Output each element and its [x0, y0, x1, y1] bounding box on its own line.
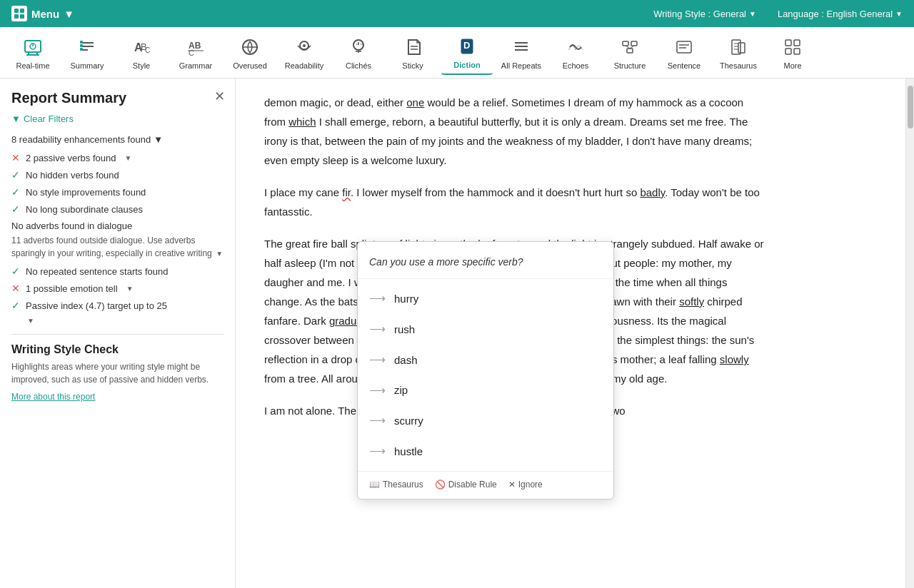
structure-label: Structure [614, 61, 646, 70]
toolbar-item-diction[interactable]: D Diction [441, 31, 493, 75]
scrollbar[interactable] [905, 78, 914, 588]
svg-rect-51 [785, 40, 791, 46]
editor-text: demon magic, or dead, either one would b… [264, 93, 764, 420]
diction-icon: D [456, 35, 478, 58]
clear-filters-button[interactable]: ▼ Clear Filters [11, 113, 224, 124]
toolbar-item-structure[interactable]: Structure [604, 31, 656, 75]
toolbar-item-all-repeats[interactable]: All Repeats [496, 31, 547, 75]
scroll-thumb[interactable] [908, 86, 913, 128]
suggestion-hurry[interactable]: ⟶ hurry [358, 283, 613, 314]
toolbar-item-cliches[interactable]: " " Clichés [333, 31, 384, 75]
menu-label: Menu [31, 8, 59, 20]
check-emotion-tell: ✕ 1 possible emotion tell ▼ [11, 283, 224, 294]
suggestion-rush-label: rush [394, 320, 415, 339]
thesaurus-button[interactable]: 📖 Thesaurus [369, 477, 423, 493]
writing-style-dropdown[interactable]: Writing Style : General ▼ [653, 9, 756, 19]
section-header-text: 8 readability enhancements found [11, 134, 151, 145]
svg-rect-3 [20, 14, 24, 19]
underline-which: which [288, 116, 316, 128]
svg-text:"  ": " " [356, 42, 363, 49]
thesaurus-label: Thesaurus [383, 477, 423, 493]
toolbar-item-grammar[interactable]: AB C Grammar [170, 31, 221, 75]
pass-icon: ✓ [11, 169, 20, 181]
readability-label: Readability [285, 61, 323, 70]
section-header-chevron-icon: ▼ [154, 134, 163, 145]
writing-style-chevron-icon: ▼ [749, 10, 756, 18]
underline-softly: softly [679, 295, 704, 308]
highlighted-verb: fir [342, 186, 351, 198]
check-style-label: No style improvements found [26, 187, 146, 198]
thesaurus-icon-small: 📖 [369, 477, 380, 493]
toolbar-item-readability[interactable]: Readability [278, 31, 330, 75]
close-button[interactable]: ✕ [214, 88, 225, 104]
filter-icon: ▼ [11, 113, 21, 124]
suggestion-zip[interactable]: ⟶ zip [358, 375, 613, 406]
suggestion-scurry[interactable]: ⟶ scurry [358, 405, 613, 436]
toolbar-item-more[interactable]: More [767, 31, 818, 75]
editor-area[interactable]: demon magic, or dead, either one would b… [236, 78, 905, 588]
realtime-label: Real-time [16, 61, 49, 70]
disable-rule-button[interactable]: 🚫 Disable Rule [435, 477, 497, 493]
paragraph-2: I place my cane fir. I lower myself from… [264, 183, 764, 221]
adverb-detail: 11 adverbs found outside dialogue. Use a… [11, 234, 224, 260]
svg-rect-46 [732, 40, 740, 54]
passive-index-expand-icon[interactable]: ▼ [27, 317, 34, 325]
suggestion-hustle-label: hustle [394, 442, 423, 461]
disable-rule-label: Disable Rule [448, 477, 497, 493]
section-header: 8 readability enhancements found ▼ [11, 134, 224, 145]
sentence-icon [673, 36, 695, 59]
paragraph-1: demon magic, or dead, either one would b… [264, 93, 764, 170]
check-emotion-label: 1 possible emotion tell [26, 283, 118, 294]
readability-icon [293, 36, 316, 59]
diction-label: Diction [453, 61, 480, 69]
disable-rule-icon: 🚫 [435, 477, 446, 493]
tooltip-footer: 📖 Thesaurus 🚫 Disable Rule ✕ Ignore [358, 471, 613, 499]
check-sentence-starts-label: No repeated sentence starts found [26, 266, 168, 277]
toolbar-item-thesaurus[interactable]: Thesaurus [713, 31, 764, 75]
svg-rect-50 [738, 43, 745, 53]
echoes-label: Echoes [563, 61, 589, 70]
all-repeats-icon [510, 36, 533, 59]
pass-icon-4: ✓ [11, 265, 20, 277]
menu-chevron-icon: ▼ [64, 8, 74, 20]
suggestion-dash[interactable]: ⟶ dash [358, 345, 613, 375]
svg-rect-14 [80, 44, 83, 47]
ignore-button[interactable]: ✕ Ignore [508, 477, 543, 493]
cliches-label: Clichés [346, 61, 371, 70]
suggestion-rush[interactable]: ⟶ rush [358, 314, 613, 345]
svg-rect-43 [677, 41, 691, 53]
svg-text:C: C [145, 46, 150, 54]
passive-verbs-chevron-icon[interactable]: ▼ [124, 154, 131, 162]
menu-button[interactable]: Menu ▼ [11, 6, 74, 21]
sticky-icon [401, 36, 424, 59]
emotion-tell-chevron-icon[interactable]: ▼ [126, 285, 134, 293]
p2-cont: k and it doesn't hur [508, 186, 598, 198]
toolbar-item-overused[interactable]: Overused [224, 31, 276, 75]
toolbar-item-echoes[interactable]: Echoes [550, 31, 601, 75]
toolbar-item-sticky[interactable]: Sticky [387, 31, 438, 75]
toolbar-item-summary[interactable]: Summary [61, 31, 113, 75]
fail-icon: ✕ [11, 152, 20, 163]
language-dropdown[interactable]: Language : English General ▼ [778, 9, 903, 19]
more-about-report-link[interactable]: More about this report [11, 392, 224, 402]
svg-rect-40 [627, 49, 633, 53]
toolbar-item-style[interactable]: A B C Style [116, 31, 167, 75]
thesaurus-label: Thesaurus [720, 61, 757, 70]
svg-rect-52 [794, 40, 800, 46]
suggestion-hurry-label: hurry [394, 289, 418, 308]
ignore-label: Ignore [518, 477, 543, 493]
arrow-right-icon-5: ⟶ [369, 410, 386, 431]
adverb-expand-icon[interactable]: ▼ [216, 250, 223, 258]
svg-text:D: D [463, 40, 470, 51]
check-subordinate-label: No long subordinate clauses [26, 204, 143, 215]
structure-icon [618, 36, 641, 59]
check-passive-verbs-label: 2 passive verbs found [26, 153, 116, 163]
cliches-icon: " " [347, 36, 370, 59]
language-label: Language : English General [778, 9, 893, 19]
top-nav: Menu ▼ Writing Style : General ▼ Languag… [0, 0, 914, 27]
style-label: Style [133, 61, 150, 70]
toolbar-item-sentence[interactable]: Sentence [658, 31, 710, 75]
suggestion-hustle[interactable]: ⟶ hustle [358, 436, 613, 467]
more-icon [781, 36, 804, 59]
toolbar-item-realtime[interactable]: Real-time [7, 31, 59, 75]
